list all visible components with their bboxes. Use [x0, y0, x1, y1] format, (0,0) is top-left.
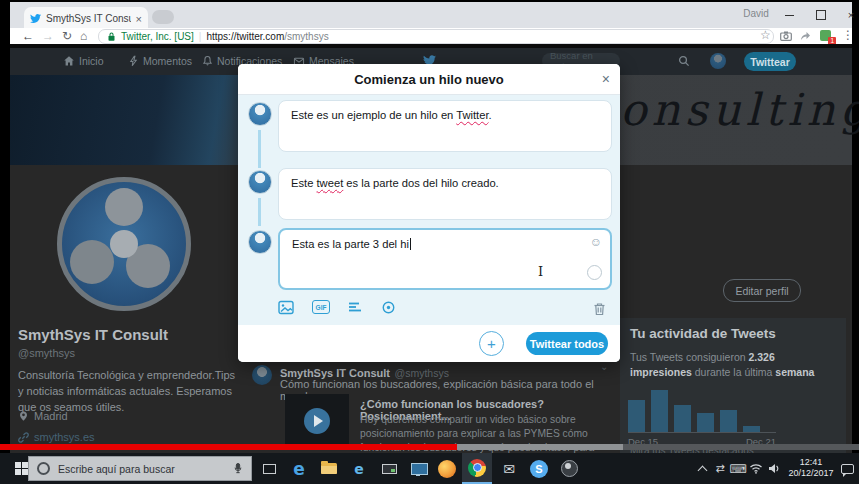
add-tweet-button[interactable]: +	[479, 331, 504, 356]
search-icon[interactable]	[678, 55, 690, 67]
browser-tab[interactable]: SmythSys IT Consult (@s ×	[24, 7, 148, 30]
chrome-icon	[468, 459, 486, 477]
profile-avatar[interactable]	[57, 177, 191, 311]
delete-tweet-icon[interactable]	[593, 302, 606, 316]
emoji-smiley-icon[interactable]: ☺	[590, 235, 602, 249]
bell-icon	[202, 55, 213, 67]
profile-website[interactable]: smythsys.es	[34, 431, 95, 443]
volume-icon[interactable]	[766, 453, 782, 484]
taskbar-search-placeholder: Escribe aquí para buscar	[58, 463, 225, 475]
skype-button[interactable]: S	[524, 453, 554, 484]
chart-bar	[697, 413, 714, 432]
window-close-button[interactable]: ×	[838, 5, 859, 25]
back-button[interactable]: ←	[22, 29, 34, 43]
padlock-icon	[107, 31, 116, 42]
video-thumbnail[interactable]	[285, 394, 349, 448]
activity-summary: Tus Tweets consiguieron 2.326 impresione…	[630, 350, 830, 380]
task-view-button[interactable]	[254, 453, 284, 484]
teamviewer-tray-icon[interactable]: ⇄	[712, 453, 728, 484]
monitor-icon	[411, 463, 428, 475]
char-counter-ring	[587, 265, 602, 280]
taskbar-search-input[interactable]: Escribe aquí para buscar	[28, 456, 252, 481]
edit-profile-button[interactable]: Editar perfil	[723, 279, 801, 302]
nav-item-momentos[interactable]: Momentos	[128, 55, 192, 67]
camera-extension-icon[interactable]	[780, 31, 792, 41]
address-divider: |	[199, 31, 202, 42]
nav-item-inicio[interactable]: Inicio	[63, 55, 104, 67]
address-bar[interactable]: Twitter, Inc. [US] | https://twitter.com…	[98, 29, 774, 44]
video-progress-played[interactable]	[0, 444, 457, 450]
keyboard-tray-icon[interactable]: ⌨	[730, 453, 746, 484]
feed-tweet-avatar[interactable]	[252, 365, 272, 385]
edge-button[interactable]: e	[284, 453, 314, 484]
nav-avatar[interactable]	[710, 53, 726, 69]
remote-desktop-icon	[382, 464, 397, 474]
secure-site-label: Twitter, Inc. [US]	[121, 31, 194, 42]
add-gif-icon[interactable]: GIF	[312, 300, 330, 314]
thread-connector	[258, 198, 261, 226]
chart-bar	[628, 400, 645, 432]
file-explorer-button[interactable]	[314, 453, 344, 484]
activity-chart	[628, 386, 776, 433]
nav-tweet-button[interactable]: Twittear	[744, 52, 796, 71]
firefox-button[interactable]	[432, 453, 462, 484]
internet-explorer-icon: e	[354, 461, 364, 477]
modal-header: Comienza un hilo nuevo ×	[238, 64, 620, 95]
tab-close-icon[interactable]: ×	[136, 13, 142, 25]
tray-expand-button[interactable]	[694, 453, 710, 484]
chrome-button-active[interactable]	[462, 453, 492, 484]
play-button-icon[interactable]	[304, 408, 330, 434]
url-text: https://twitter.com/smythsys	[206, 31, 328, 42]
window-minimize-button[interactable]	[776, 5, 802, 25]
wifi-icon[interactable]	[748, 453, 764, 484]
chrome-profile-name[interactable]: David	[732, 8, 780, 19]
taskbar-clock[interactable]: 12:41 20/12/2017	[786, 457, 836, 479]
adblock-extension-icon[interactable]: 1	[820, 30, 832, 42]
tweet-all-button[interactable]: Twittear todos	[526, 332, 608, 355]
tweet-caret-icon[interactable]: ⌄	[600, 361, 608, 372]
home-button[interactable]: ⌂	[80, 29, 87, 43]
new-tab-button[interactable]	[152, 10, 174, 24]
action-center-icon	[841, 464, 854, 474]
modal-title: Comienza un hilo nuevo	[354, 72, 504, 87]
forward-button[interactable]: →	[42, 29, 54, 43]
activity-title: Tu actividad de Tweets	[630, 326, 776, 341]
clock-date: 20/12/2017	[786, 468, 836, 479]
window-maximize-button[interactable]	[808, 5, 834, 25]
bookmark-star-icon[interactable]: ☆	[760, 28, 771, 42]
modal-close-icon[interactable]: ×	[602, 71, 610, 87]
compose-box-2[interactable]: Este tweet es la parte dos del hilo crea…	[278, 168, 612, 220]
home-nav-icon	[63, 55, 75, 67]
action-center-button[interactable]	[838, 453, 856, 484]
chart-bar	[674, 405, 691, 432]
tray-chevron-icon	[697, 465, 707, 475]
compose-box-3-active[interactable]: Esta es la parte 3 del hi ☺ I	[278, 228, 612, 290]
compose-box-1[interactable]: Este es un ejemplo de un hilo en Twitter…	[278, 100, 612, 152]
video-progress-remaining[interactable]	[623, 444, 859, 450]
remote-desktop-button[interactable]	[374, 453, 404, 484]
obs-icon	[561, 460, 578, 477]
add-location-icon[interactable]	[381, 300, 396, 315]
mail-button[interactable]: ✉	[494, 453, 524, 484]
tweet-activity-card: Tu actividad de Tweets Tus Tweets consig…	[620, 318, 846, 453]
compose-avatar-2	[248, 170, 272, 194]
refresh-button[interactable]: ↻	[62, 29, 72, 43]
add-poll-icon[interactable]	[348, 300, 363, 315]
task-view-icon	[263, 464, 276, 474]
banner-text: onsulting	[620, 84, 859, 135]
chart-bar	[743, 426, 760, 432]
profile-website-row[interactable]: smythsys.es	[18, 431, 95, 443]
video-progress-buffered[interactable]	[457, 444, 623, 450]
obs-button[interactable]	[554, 453, 584, 484]
add-image-icon[interactable]	[278, 300, 294, 315]
nav-label: Inicio	[79, 55, 104, 67]
profile-name[interactable]: SmythSys IT Consult	[18, 326, 168, 343]
moments-lightning-icon	[128, 55, 139, 67]
chart-bar	[720, 410, 737, 432]
monitor-app-button[interactable]	[404, 453, 434, 484]
location-pin-icon	[18, 410, 29, 422]
share-extension-icon[interactable]	[800, 31, 811, 41]
menu-icon[interactable]: ⋮	[842, 28, 854, 42]
internet-explorer-button[interactable]: e	[344, 453, 374, 484]
windows-logo-icon	[15, 462, 28, 475]
